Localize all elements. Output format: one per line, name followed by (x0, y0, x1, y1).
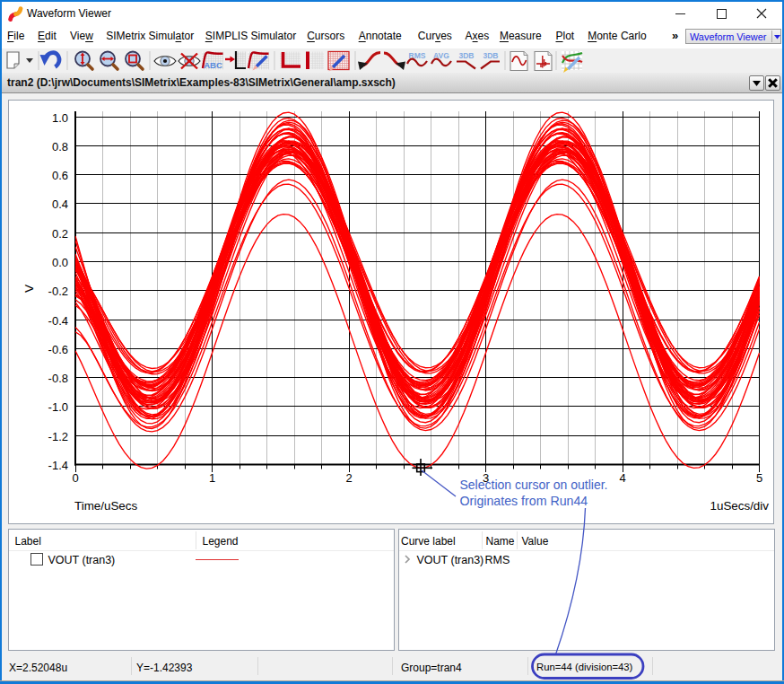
svg-text:-1.2: -1.2 (48, 430, 68, 443)
svg-text:0.0: 0.0 (52, 256, 68, 269)
svg-text:0.4: 0.4 (52, 197, 68, 211)
svg-text:1uSecs/div: 1uSecs/div (710, 499, 769, 513)
svg-text:-0.4: -0.4 (48, 314, 68, 328)
svg-text:-0.2: -0.2 (48, 285, 68, 298)
svg-text:-1.4: -1.4 (48, 459, 68, 472)
svg-text:2: 2 (345, 471, 352, 485)
svg-text:1: 1 (209, 471, 215, 485)
svg-text:V: V (22, 285, 36, 293)
svg-text:-0.8: -0.8 (48, 372, 68, 385)
svg-text:Selection cursor on outlier.: Selection cursor on outlier. (460, 478, 608, 492)
svg-text:-0.6: -0.6 (48, 343, 68, 356)
svg-text:Time/uSecs: Time/uSecs (74, 499, 138, 513)
svg-text:0.2: 0.2 (52, 227, 68, 241)
svg-text:3DB: 3DB (483, 51, 498, 60)
svg-text:-1.0: -1.0 (48, 400, 68, 414)
svg-text:0.6: 0.6 (52, 169, 68, 182)
svg-text:1.0: 1.0 (52, 111, 68, 125)
svg-text:4: 4 (619, 471, 625, 485)
svg-text:Originates from Run44: Originates from Run44 (460, 494, 588, 508)
svg-text:0: 0 (72, 471, 78, 485)
svg-text:5: 5 (756, 471, 762, 485)
svg-text:3DB: 3DB (458, 51, 474, 60)
svg-text:0.8: 0.8 (52, 140, 68, 153)
svg-text:ABC: ABC (204, 60, 222, 70)
